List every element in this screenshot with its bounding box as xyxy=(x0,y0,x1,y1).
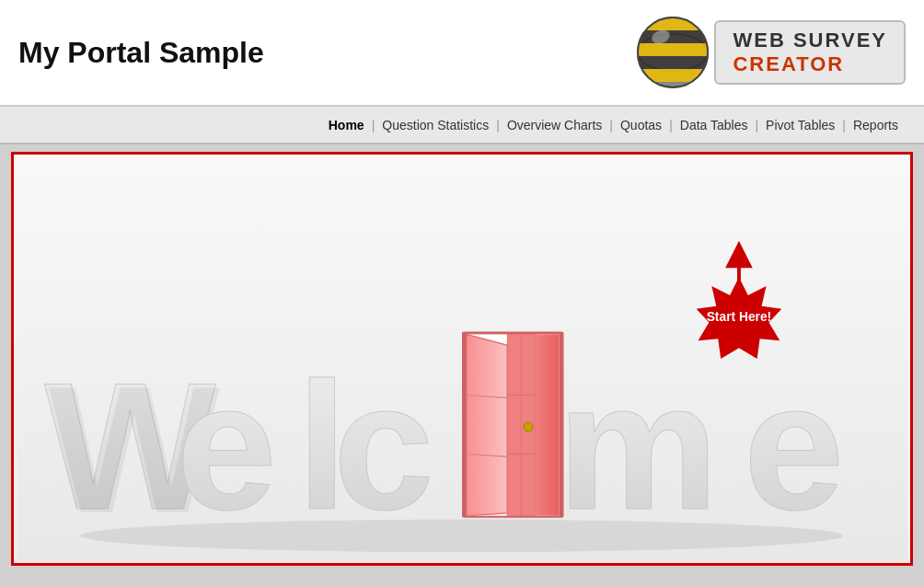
svg-text:m: m xyxy=(558,344,719,547)
svg-rect-22 xyxy=(535,334,560,515)
nav-reports[interactable]: Reports xyxy=(846,118,906,132)
nav-quotas[interactable]: Quotas xyxy=(613,118,669,132)
svg-text:Start Here!: Start Here! xyxy=(707,309,772,324)
svg-marker-19 xyxy=(467,334,507,515)
welcome-banner: W W e l c xyxy=(11,152,913,566)
welcome-illustration: W W e l c xyxy=(14,155,910,563)
logo-area: WEB SURVEY CREATOR xyxy=(631,11,906,94)
svg-text:e: e xyxy=(744,344,845,547)
nav-question-statistics[interactable]: Question Statistics xyxy=(375,118,496,132)
svg-point-27 xyxy=(524,422,533,431)
main-content: W W e l c xyxy=(0,144,924,573)
nav-overview-charts[interactable]: Overview Charts xyxy=(500,118,609,132)
svg-rect-7 xyxy=(631,56,714,69)
svg-text:c: c xyxy=(333,344,434,547)
logo-creator-text: CREATOR xyxy=(733,52,844,76)
logo-badge xyxy=(631,11,714,94)
header: My Portal Sample xyxy=(0,0,924,106)
svg-text:e: e xyxy=(176,344,277,547)
logo-web-text: WEB SURVEY xyxy=(733,29,887,52)
site-title: My Portal Sample xyxy=(18,36,264,70)
nav-home[interactable]: Home xyxy=(321,118,372,132)
svg-rect-3 xyxy=(631,17,714,30)
nav-data-tables[interactable]: Data Tables xyxy=(673,118,756,132)
nav-pivot-tables[interactable]: Pivot Tables xyxy=(758,118,842,132)
svg-rect-4 xyxy=(631,43,714,56)
welcome-scene: W W e l c xyxy=(14,155,910,563)
logo-text-block: WEB SURVEY CREATOR xyxy=(714,20,906,85)
navbar: Home | Question Statistics | Overview Ch… xyxy=(0,106,924,144)
